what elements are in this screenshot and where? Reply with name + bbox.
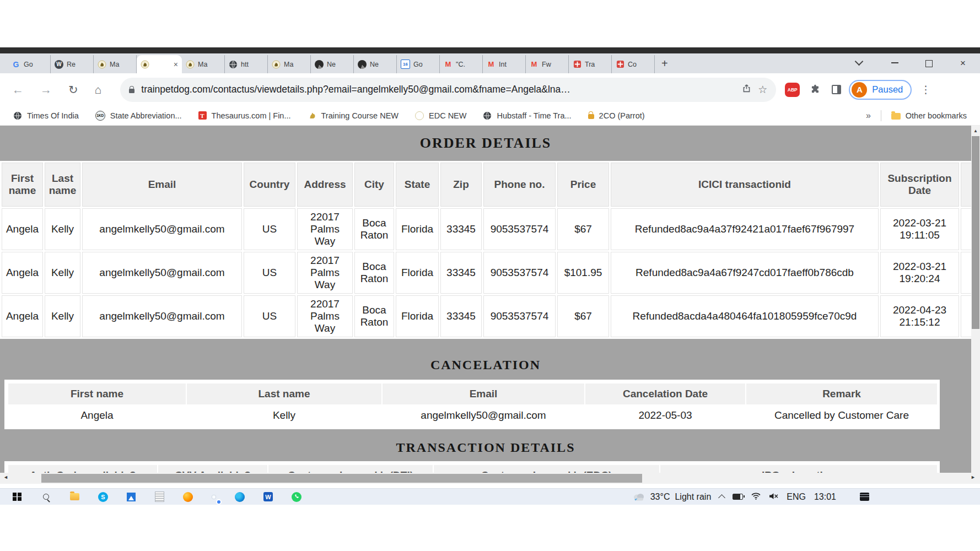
tab-ne-2[interactable]: Ne	[354, 55, 397, 73]
tab-trainpetdog-2[interactable]: Ma	[182, 55, 225, 73]
tab-active-trainpetdog[interactable]: ×	[137, 55, 182, 73]
folder-icon	[70, 493, 79, 500]
col-first-name: First name	[2, 163, 43, 207]
col-cvv: CVV Available?	[158, 465, 267, 473]
horizontal-scrollbar-thumb[interactable]	[41, 474, 642, 483]
volume-muted-icon[interactable]	[769, 492, 778, 502]
address-bar[interactable]: trainpetdog.com/contactus/viewdetails.ph…	[120, 78, 776, 102]
bookmark-times-of-india[interactable]: Times Of India	[13, 111, 79, 120]
bookmark-star-icon[interactable]: ☆	[758, 83, 767, 96]
whatsapp-icon[interactable]	[292, 492, 301, 502]
dark-circle-favicon-icon	[358, 60, 367, 69]
chevron-down-icon[interactable]	[855, 57, 864, 66]
tab-label: htt	[241, 61, 263, 68]
cell: I	[961, 208, 971, 250]
search-icon	[43, 494, 49, 500]
secure-lock-icon[interactable]	[129, 89, 134, 93]
bookmark-label: Thesaurus.com | Fin...	[212, 111, 291, 120]
edge-icon[interactable]	[235, 492, 245, 502]
battery-icon[interactable]	[733, 494, 743, 500]
tab-co[interactable]: Co	[612, 55, 655, 73]
col-address: Address	[297, 163, 353, 207]
bookmark-thesaurus[interactable]: T Thesaurus.com | Fin...	[198, 111, 291, 120]
globe-favicon-icon	[229, 60, 238, 69]
col-clipped: cl	[961, 163, 971, 207]
cell: 9053537574	[483, 208, 556, 250]
bookmark-2co-parrot[interactable]: 2CO (Parrot)	[588, 111, 645, 120]
chrome-taskbar-active[interactable]	[212, 495, 216, 499]
order-header-row: First name Last name Email Country Addre…	[2, 163, 971, 207]
new-tab-button[interactable]: +	[655, 57, 674, 73]
close-window-button[interactable]: ×	[946, 53, 980, 73]
maximize-button[interactable]	[912, 53, 946, 73]
wifi-icon[interactable]	[751, 492, 761, 502]
tab-gmail-3[interactable]: M Fw	[526, 55, 569, 73]
start-button[interactable]	[12, 492, 22, 502]
share-icon[interactable]	[742, 84, 751, 95]
taskbar-search-icon[interactable]	[41, 492, 51, 502]
minimize-icon	[891, 62, 898, 63]
reload-icon[interactable]: ↻	[68, 83, 78, 96]
avatar: A	[852, 82, 867, 98]
clock[interactable]: 13:01	[814, 492, 836, 502]
home-icon[interactable]: ⌂	[95, 83, 102, 96]
skype-icon[interactable]: S	[98, 492, 108, 502]
adblock-plus-icon[interactable]: ABP	[785, 83, 800, 97]
bookmark-edc[interactable]: EDC NEW	[415, 111, 466, 120]
horizontal-scrollbar[interactable]: ◄ ►	[0, 473, 980, 484]
bookmarks-overflow-icon[interactable]: »	[866, 111, 871, 121]
tab-google[interactable]: G Go	[8, 55, 51, 73]
extensions-puzzle-icon[interactable]	[811, 84, 821, 96]
tab-ne-1[interactable]: Ne	[311, 55, 354, 73]
minimize-button[interactable]	[877, 53, 912, 73]
tray-expand-icon[interactable]	[718, 494, 725, 501]
bookmark-hubstaff[interactable]: Hubstaff - Time Tra...	[483, 111, 571, 120]
vertical-scrollbar[interactable]: ▲	[971, 126, 980, 473]
tab-trainpetdog-3[interactable]: Ma	[268, 55, 311, 73]
url-text[interactable]: trainpetdog.com/contactus/viewdetails.ph…	[141, 84, 735, 95]
folder-icon	[891, 113, 901, 120]
other-bookmarks-button[interactable]: Other bookmarks	[891, 111, 967, 120]
tab-label: Fw	[542, 61, 564, 68]
scroll-up-icon[interactable]: ▲	[971, 126, 980, 133]
tab-gmail-2[interactable]: M Int	[483, 55, 526, 73]
tab-gmail-1[interactable]: M "C.	[440, 55, 483, 73]
cell: Boca Raton	[354, 295, 394, 337]
language-indicator[interactable]: ENG	[787, 492, 806, 502]
cell: 33345	[440, 208, 482, 250]
weather-widget[interactable]: 33°C Light rain	[632, 492, 712, 502]
vertical-scrollbar-thumb[interactable]	[972, 136, 979, 329]
bookmark-training-course[interactable]: Training Course NEW	[308, 111, 399, 120]
scroll-left-icon[interactable]: ◄	[3, 474, 8, 480]
tab-trainpetdog[interactable]: Ma	[94, 55, 137, 73]
cell: 9053537574	[483, 252, 556, 294]
firefox-icon[interactable]	[183, 492, 193, 502]
cell: Kelly	[45, 252, 80, 294]
cell: angelmkelly50@gmail.com	[82, 295, 242, 337]
order-table: First name Last name Email Country Addre…	[0, 161, 971, 339]
back-icon[interactable]: ←	[12, 83, 24, 96]
forward-icon[interactable]: →	[40, 83, 52, 96]
browser-menu-icon[interactable]: ⋮	[920, 83, 931, 96]
col-price: Price	[557, 163, 609, 207]
notepad-icon[interactable]	[154, 492, 164, 502]
close-tab-icon[interactable]: ×	[174, 61, 178, 68]
file-explorer-icon[interactable]	[69, 492, 79, 502]
notification-center-icon[interactable]	[860, 493, 869, 501]
scroll-right-icon[interactable]: ►	[971, 474, 976, 480]
window-top-frame	[0, 47, 980, 53]
windows-logo-icon	[13, 493, 21, 501]
tab-tra[interactable]: Tra	[569, 55, 612, 73]
cell: angelmkelly50@gmail.com	[82, 208, 242, 250]
tab-calendar[interactable]: 16 Go	[397, 55, 440, 73]
bookmark-state-abbreviation[interactable]: 1KD State Abbreviation...	[95, 111, 182, 121]
word-icon[interactable]: W	[263, 492, 273, 501]
tab-http[interactable]: htt	[225, 55, 268, 73]
photos-icon[interactable]	[127, 493, 136, 501]
profile-sync-paused-button[interactable]: A Paused	[849, 80, 912, 100]
tab-wordpress[interactable]: W Re	[51, 55, 94, 73]
cell: Refunded8ac9a4a37f92421a017faef67f967997	[611, 208, 879, 250]
cell: $67	[557, 208, 609, 250]
side-panel-icon[interactable]	[832, 85, 841, 94]
tabbar-right-controls: ×	[856, 53, 980, 73]
